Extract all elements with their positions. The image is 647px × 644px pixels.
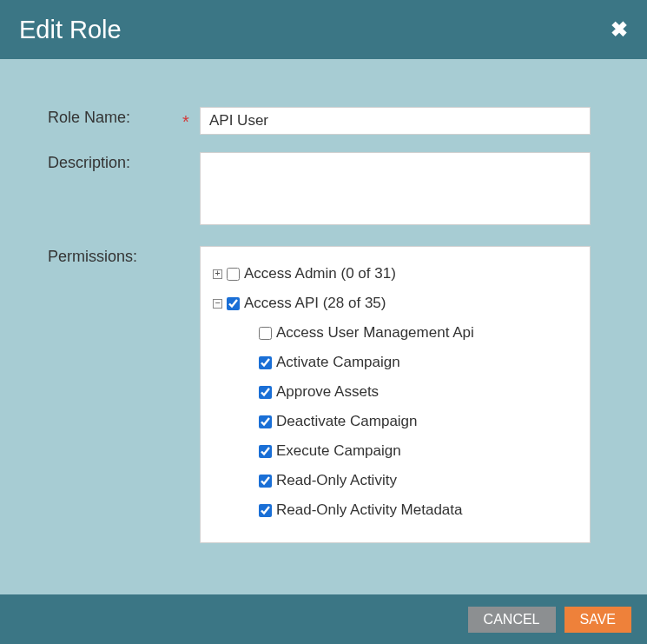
close-icon[interactable]: ✖ bbox=[611, 19, 628, 40]
tree-node-label: Activate Campaign bbox=[276, 354, 400, 371]
role-name-input[interactable] bbox=[200, 107, 591, 135]
dialog-header: Edit Role ✖ bbox=[0, 0, 647, 59]
expand-toggle-icon[interactable]: + bbox=[213, 269, 222, 279]
tree-node-label: Access API (28 of 35) bbox=[244, 295, 386, 312]
tree-node[interactable]: Deactivate Campaign bbox=[245, 407, 581, 436]
permission-checkbox[interactable] bbox=[259, 356, 272, 369]
tree-node[interactable]: Access User Management Api bbox=[245, 318, 581, 348]
permissions-row: Permissions: + Access Admin (0 of 31) − … bbox=[48, 246, 591, 543]
description-input[interactable] bbox=[200, 152, 591, 225]
permission-checkbox[interactable] bbox=[227, 268, 240, 281]
role-name-label: Role Name: bbox=[48, 107, 182, 127]
tree-node[interactable]: Execute Campaign bbox=[245, 436, 581, 466]
tree-node-label: Read-Only Activity bbox=[276, 472, 397, 489]
permission-checkbox[interactable] bbox=[259, 504, 272, 517]
edit-role-dialog: Edit Role ✖ Role Name: * Description: Pe… bbox=[0, 0, 647, 644]
tree-node-label: Read-Only Activity Metadata bbox=[276, 501, 462, 519]
permission-checkbox[interactable] bbox=[227, 297, 240, 310]
tree-node[interactable]: Read-Only Activity Metadata bbox=[245, 495, 581, 525]
description-row: Description: bbox=[48, 152, 591, 229]
description-label: Description: bbox=[48, 152, 182, 172]
tree-node-label: Access User Management Api bbox=[276, 324, 474, 342]
permission-checkbox[interactable] bbox=[259, 386, 272, 399]
tree-node-label: Deactivate Campaign bbox=[276, 413, 418, 430]
tree-node-label: Execute Campaign bbox=[276, 442, 401, 460]
permission-checkbox[interactable] bbox=[259, 327, 272, 340]
tree-node-access-admin[interactable]: + Access Admin (0 of 31) bbox=[213, 259, 581, 289]
role-name-row: Role Name: * bbox=[48, 107, 591, 135]
permission-checkbox[interactable] bbox=[259, 445, 272, 458]
dialog-title: Edit Role bbox=[19, 16, 122, 44]
save-button[interactable]: SAVE bbox=[564, 607, 632, 633]
tree-node-label: Approve Assets bbox=[276, 383, 379, 401]
permissions-label: Permissions: bbox=[48, 246, 182, 266]
cancel-button[interactable]: CANCEL bbox=[468, 607, 556, 633]
permission-checkbox[interactable] bbox=[259, 415, 272, 428]
tree-children-access-api: Access User Management Api Activate Camp… bbox=[213, 318, 581, 525]
permission-checkbox[interactable] bbox=[259, 475, 272, 488]
dialog-body: Role Name: * Description: Permissions: + bbox=[0, 59, 647, 594]
dialog-footer: CANCEL SAVE bbox=[0, 594, 647, 644]
collapse-toggle-icon[interactable]: − bbox=[213, 299, 222, 309]
permissions-tree[interactable]: + Access Admin (0 of 31) − Access API (2… bbox=[200, 246, 591, 543]
tree-node[interactable]: Activate Campaign bbox=[245, 348, 581, 377]
tree-node[interactable]: Approve Assets bbox=[245, 377, 581, 407]
tree-node[interactable]: Read-Only Activity bbox=[245, 466, 581, 495]
required-asterisk-icon: * bbox=[182, 107, 200, 132]
tree-node-label: Access Admin (0 of 31) bbox=[244, 265, 396, 282]
tree-node-access-api[interactable]: − Access API (28 of 35) bbox=[213, 289, 581, 318]
